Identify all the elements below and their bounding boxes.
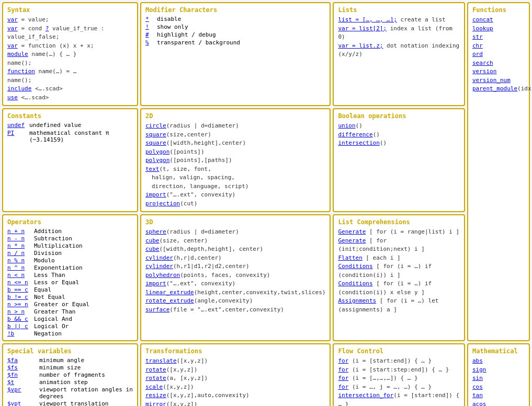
sign-link[interactable]: sign: [472, 366, 486, 373]
vpt-link[interactable]: $vpt: [7, 400, 39, 406]
polyhedron-link[interactable]: polyhedron: [145, 272, 180, 279]
abs-link[interactable]: abs: [472, 357, 483, 364]
flatten-link[interactable]: Flatten: [338, 254, 362, 261]
op-n-lt[interactable]: n < n: [7, 272, 33, 279]
assignments-link[interactable]: Assignments: [338, 297, 376, 304]
polygon-link-2[interactable]: polygon: [145, 157, 169, 164]
tan-link[interactable]: tan: [472, 392, 483, 399]
op-n-lte[interactable]: n <= n: [7, 279, 33, 286]
import-3d-link[interactable]: import: [145, 280, 166, 287]
op-n-plus[interactable]: n + n: [7, 228, 33, 235]
version-link[interactable]: version: [472, 68, 496, 75]
concat-item: concat: [472, 16, 525, 25]
sin-link[interactable]: sin: [472, 375, 483, 381]
function-link[interactable]: function: [7, 68, 35, 75]
op-n-mul[interactable]: n * n: [7, 242, 33, 249]
module-link[interactable]: module: [7, 51, 28, 57]
op-n-minus[interactable]: n - n: [7, 235, 33, 242]
conditions-item-2: Conditions [ for (i = …) if (condition(i…: [338, 280, 460, 297]
resize-link[interactable]: resize: [145, 392, 166, 399]
conditions-link-1[interactable]: Conditions: [338, 263, 372, 270]
modifier-showonly: show only: [157, 24, 325, 30]
op-b-eq[interactable]: b == c: [7, 286, 33, 293]
concat-link[interactable]: concat: [472, 16, 493, 23]
for-link-1[interactable]: for: [338, 357, 348, 364]
rotate-link-2[interactable]: rotate: [145, 375, 166, 381]
str-item: str: [472, 33, 525, 42]
ord-link[interactable]: ord: [472, 51, 483, 57]
special-table: $faminimum angle $fsminimum size $fnnumb…: [7, 357, 133, 406]
t-link[interactable]: $t: [7, 379, 39, 386]
translate-link[interactable]: translate: [145, 357, 177, 364]
union-link[interactable]: union: [338, 122, 355, 129]
cos-link[interactable]: cos: [472, 384, 483, 390]
search-link[interactable]: search: [472, 60, 493, 66]
list-dot-link[interactable]: var = list.z;: [338, 42, 383, 49]
cube-link-2[interactable]: cube: [145, 246, 160, 252]
syntax-line-3: var = function (x) x + x;: [7, 42, 133, 51]
op-b-neq[interactable]: b != c: [7, 294, 33, 300]
undef-link[interactable]: undef: [7, 122, 28, 129]
generate-link-2[interactable]: Generate: [338, 237, 366, 244]
list-index-link[interactable]: var = list[2];: [338, 25, 387, 32]
text-link[interactable]: text: [145, 166, 160, 172]
cylinder-link-2[interactable]: cylinder: [145, 263, 173, 270]
pi-link[interactable]: PI: [7, 130, 14, 136]
var-link-1[interactable]: var: [7, 16, 18, 23]
sphere-link[interactable]: sphere: [145, 228, 166, 235]
var-link-3[interactable]: var: [7, 42, 18, 49]
parent-module-link[interactable]: parent_module: [472, 85, 517, 92]
surface-link[interactable]: surface: [145, 306, 169, 313]
square-link-2[interactable]: square: [145, 140, 166, 146]
op-b-or[interactable]: b || c: [7, 323, 33, 330]
modifier-asterisk[interactable]: *: [145, 16, 156, 22]
polygon-link-1[interactable]: polygon: [145, 148, 169, 155]
intersection-for-link-1[interactable]: intersection_for: [338, 392, 393, 399]
conditions-link-2[interactable]: Conditions: [338, 280, 372, 287]
fa-link[interactable]: $fa: [7, 357, 39, 364]
modifier-exclaim[interactable]: !: [145, 24, 156, 30]
op-n-div[interactable]: n / n: [7, 250, 33, 257]
var-link-2[interactable]: var: [7, 25, 18, 32]
circle-link[interactable]: circle: [145, 122, 166, 129]
modifier-highlight: highlight / debug: [157, 31, 325, 38]
difference-link[interactable]: difference: [338, 131, 372, 138]
ternary-link[interactable]: ?: [46, 25, 49, 32]
transforms-panel: Transformations translate([x,y,z]) rotat…: [140, 343, 331, 406]
for-link-3[interactable]: for: [338, 375, 348, 381]
version-num-link[interactable]: version_num: [472, 77, 511, 84]
op-b-and[interactable]: b && c: [7, 316, 33, 322]
generate-link-1[interactable]: Generate: [338, 228, 366, 235]
cube-link-1[interactable]: cube: [145, 237, 160, 244]
fs-link[interactable]: $fs: [7, 364, 39, 371]
for-link-2[interactable]: for: [338, 366, 348, 373]
rotate-link-1[interactable]: rotate: [145, 366, 166, 373]
list-create-link[interactable]: list = […, …, …];: [338, 16, 397, 23]
square-link-1[interactable]: square: [145, 131, 166, 138]
for-link-4[interactable]: for: [338, 384, 348, 390]
op-n-exp[interactable]: n ^ n: [7, 264, 33, 271]
import-2d-link[interactable]: import: [145, 191, 166, 198]
intersection-link[interactable]: intersection: [338, 140, 379, 146]
op-n-gt[interactable]: n > n: [7, 308, 33, 315]
acos-link[interactable]: acos: [472, 401, 486, 407]
mirror-link[interactable]: mirror: [145, 401, 166, 407]
modifier-percent[interactable]: %: [145, 39, 156, 46]
lookup-link[interactable]: lookup: [472, 25, 493, 32]
fn-link[interactable]: $fn: [7, 372, 39, 378]
chr-link[interactable]: chr: [472, 42, 483, 49]
scale-link[interactable]: scale: [145, 384, 163, 390]
cylinder-link-1[interactable]: cylinder: [145, 254, 173, 261]
op-n-mod[interactable]: n % n: [7, 257, 33, 264]
op-n-gte[interactable]: n >= n: [7, 301, 33, 308]
projection-link[interactable]: projection: [145, 200, 180, 207]
modifier-hash[interactable]: #: [145, 31, 156, 38]
rotate-extrude-link[interactable]: rotate_extrude: [145, 297, 194, 304]
pi-link-wrapper: PI: [7, 130, 28, 143]
linear-extrude-link[interactable]: linear_extrude: [145, 289, 194, 296]
str-link[interactable]: str: [472, 33, 483, 40]
include-link[interactable]: include: [7, 85, 31, 92]
op-b-not[interactable]: !b: [7, 330, 33, 337]
use-link[interactable]: use: [7, 94, 18, 101]
vpr-link[interactable]: $vpr: [7, 386, 39, 400]
